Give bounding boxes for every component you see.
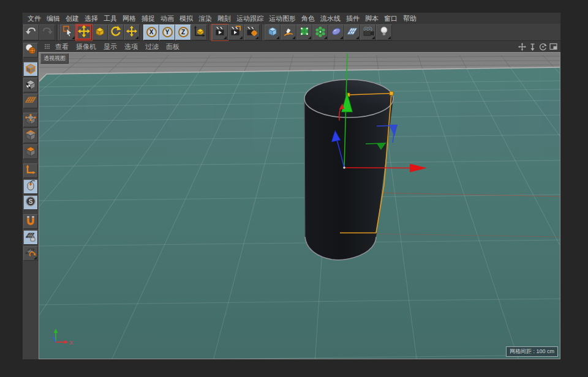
undo-button[interactable]: [23, 24, 39, 40]
solo-circle-icon: S: [24, 195, 37, 210]
deformer-gear-icon: [314, 25, 326, 40]
menu-animate[interactable]: 动画: [158, 14, 176, 23]
camera-button[interactable]: [360, 24, 376, 40]
model-cube-icon: [24, 62, 37, 77]
window-body: S: [23, 41, 560, 359]
menu-window[interactable]: 窗口: [382, 14, 400, 23]
volume-button[interactable]: [328, 24, 344, 40]
volume-bean-icon: [330, 25, 342, 40]
selection-handle[interactable]: [390, 92, 393, 95]
light-button[interactable]: [376, 24, 392, 40]
coordinate-system-button[interactable]: [191, 24, 207, 40]
tweak-mode-button[interactable]: [23, 179, 38, 194]
rotate-tool-button[interactable]: [108, 24, 124, 40]
subdivision-cube-icon: [298, 25, 311, 40]
rotate-view-icon[interactable]: [538, 42, 548, 51]
render-view-button[interactable]: [212, 24, 228, 40]
scene-3d-view[interactable]: X: [39, 53, 560, 359]
dolly-view-icon[interactable]: [528, 42, 537, 51]
lock-z-axis-button[interactable]: Z: [175, 24, 191, 40]
vp-menu-filter[interactable]: 过滤: [141, 42, 162, 51]
gizmo-x-axis[interactable]: [344, 168, 410, 168]
view-name-label[interactable]: 透视视图: [40, 53, 69, 64]
environment-floor-button[interactable]: [344, 24, 360, 40]
last-tool-button[interactable]: [124, 24, 140, 40]
app-window: 文件 编辑 创建 选择 工具 网格 捕捉 动画 模拟 渲染 雕刻 运动跟踪 运动…: [22, 12, 561, 360]
subdivision-surface-button[interactable]: [296, 24, 312, 40]
make-editable-icon: [24, 43, 37, 58]
toggle-layout-icon[interactable]: [549, 42, 558, 51]
menu-script[interactable]: 脚本: [363, 14, 381, 23]
model-mode-button[interactable]: [23, 62, 38, 77]
menu-tools[interactable]: 工具: [101, 14, 119, 23]
pen-icon: [282, 25, 295, 40]
redo-icon: [41, 25, 53, 40]
menu-bar: 文件 编辑 创建 选择 工具 网格 捕捉 动画 模拟 渲染 雕刻 运动跟踪 运动…: [23, 13, 560, 24]
cube-icon: [266, 25, 279, 40]
menu-edit[interactable]: 编辑: [44, 14, 62, 23]
pan-view-icon[interactable]: [518, 42, 527, 51]
grid-lock-icon: [24, 230, 37, 245]
mouse-icon: [24, 179, 37, 194]
workplane-mode-button[interactable]: [23, 94, 38, 108]
menu-mesh[interactable]: 网格: [120, 14, 138, 23]
menu-character[interactable]: 角色: [299, 14, 317, 23]
move-tool-button[interactable]: [76, 24, 92, 40]
y-axis-ring-icon: Y: [162, 27, 173, 37]
move-icon: [78, 25, 90, 40]
menu-mograph[interactable]: 运动图形: [266, 14, 298, 23]
points-mode-button[interactable]: [23, 113, 38, 127]
menu-sculpt[interactable]: 雕刻: [215, 14, 233, 23]
menu-help[interactable]: 帮助: [401, 14, 419, 23]
gizmo-origin[interactable]: [343, 166, 345, 169]
viewport-canvas[interactable]: X 透视视图 网格间距 : 100 cm: [39, 52, 560, 359]
make-editable-button[interactable]: [23, 43, 38, 58]
axis-x-label: X: [69, 340, 73, 346]
polygons-mode-button[interactable]: [23, 144, 38, 159]
menu-snap[interactable]: 捕捉: [139, 14, 157, 23]
live-selection-button[interactable]: [60, 24, 76, 40]
camera-icon: [362, 25, 374, 40]
workplane-snap-button[interactable]: [23, 230, 38, 245]
add-primitive-button[interactable]: [265, 24, 281, 40]
menu-select[interactable]: 选择: [82, 14, 100, 23]
enable-axis-button[interactable]: [23, 163, 38, 178]
menu-pipeline[interactable]: 流水线: [318, 14, 343, 23]
vp-menu-panel[interactable]: 面板: [162, 42, 183, 51]
floor-grid-icon: [346, 25, 358, 40]
menu-render[interactable]: 渲染: [196, 14, 214, 23]
viewport-solo-button[interactable]: S: [23, 195, 38, 210]
vp-menu-view[interactable]: 查看: [51, 42, 72, 51]
texture-cube-icon: [24, 78, 37, 92]
menu-motion-tracker[interactable]: 运动跟踪: [234, 14, 266, 23]
menu-simulate[interactable]: 模拟: [177, 14, 195, 23]
snap-settings-button[interactable]: [23, 246, 38, 261]
spline-pen-button[interactable]: [281, 24, 296, 40]
texture-mode-button[interactable]: [23, 78, 38, 92]
lock-x-axis-button[interactable]: X: [143, 24, 159, 40]
panel-grip-icon[interactable]: [42, 42, 51, 51]
clapperboard-gear-icon: [246, 25, 258, 40]
grid-spacing-label: 网格间距 : 100 cm: [506, 346, 558, 357]
vp-menu-display[interactable]: 显示: [100, 42, 121, 51]
redo-button[interactable]: [39, 24, 55, 40]
menu-file[interactable]: 文件: [25, 14, 43, 23]
render-picture-viewer-button[interactable]: [228, 24, 244, 40]
toolbar-separator: [56, 24, 59, 40]
enable-snap-button[interactable]: [23, 214, 38, 229]
deformer-button[interactable]: [312, 24, 328, 40]
lock-y-axis-button[interactable]: Y: [159, 24, 175, 40]
menu-plugins[interactable]: 插件: [344, 14, 362, 23]
scale-tool-button[interactable]: [92, 24, 108, 40]
x-axis-ring-icon: X: [146, 27, 157, 37]
ground-plane[interactable]: [39, 67, 560, 359]
render-settings-button[interactable]: [244, 24, 260, 40]
svg-text:S: S: [29, 198, 33, 205]
vp-menu-options[interactable]: 选项: [121, 42, 141, 51]
menu-create[interactable]: 创建: [63, 14, 81, 23]
scale-icon: [94, 25, 106, 40]
vp-menu-cameras[interactable]: 摄像机: [72, 42, 100, 51]
main-toolbar: X Y Z: [23, 24, 560, 41]
edges-mode-button[interactable]: [23, 129, 38, 143]
viewport-panel: 查看 摄像机 显示 选项 过滤 面板: [39, 41, 560, 359]
